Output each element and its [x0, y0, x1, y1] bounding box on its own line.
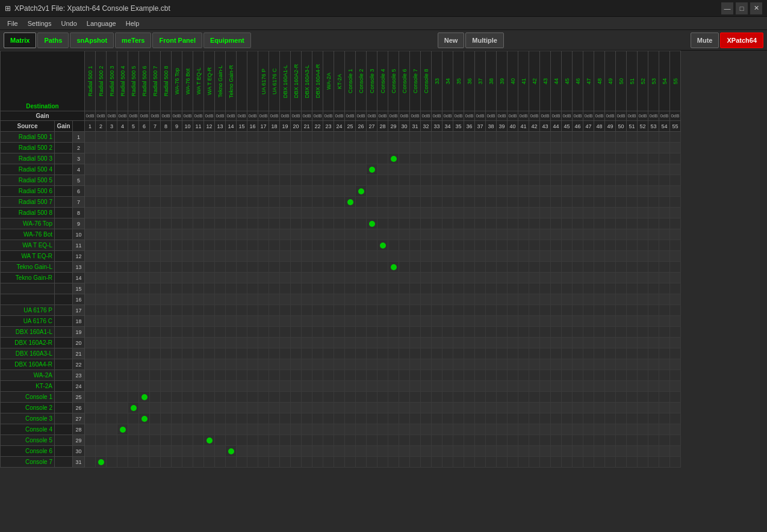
matrix-cell-r3-c36[interactable]	[475, 164, 486, 175]
matrix-cell-r15-c18[interactable]	[280, 294, 291, 305]
matrix-cell-r13-c44[interactable]	[562, 273, 573, 283]
matrix-cell-r24-c48[interactable]	[605, 392, 616, 403]
matrix-cell-r2-c36[interactable]	[475, 153, 486, 164]
matrix-cell-r4-c15[interactable]	[247, 175, 258, 186]
matrix-cell-r20-c37[interactable]	[486, 348, 497, 359]
matrix-cell-r5-c4[interactable]	[128, 186, 139, 197]
matrix-cell-r7-c4[interactable]	[128, 208, 139, 218]
matrix-cell-r23-c54[interactable]	[670, 381, 681, 392]
matrix-cell-r20-c0[interactable]	[85, 348, 96, 359]
matrix-cell-r26-c22[interactable]	[323, 413, 334, 424]
matrix-cell-r9-c21[interactable]	[312, 229, 323, 240]
matrix-cell-r10-c38[interactable]	[497, 240, 508, 251]
matrix-cell-r4-c29[interactable]	[399, 175, 410, 186]
matrix-cell-r13-c2[interactable]	[107, 273, 117, 283]
matrix-cell-r16-c42[interactable]	[540, 305, 551, 316]
matrix-cell-r3-c3[interactable]	[117, 164, 128, 175]
matrix-cell-r18-c13[interactable]	[226, 327, 237, 338]
matrix-cell-r11-c20[interactable]	[302, 251, 312, 262]
matrix-cell-r6-c5[interactable]	[139, 197, 150, 208]
matrix-cell-r0-c45[interactable]	[573, 132, 583, 143]
matrix-cell-r11-c12[interactable]	[215, 251, 226, 262]
matrix-cell-r3-c28[interactable]	[388, 164, 399, 175]
matrix-cell-r29-c45[interactable]	[573, 446, 583, 457]
matrix-cell-r21-c11[interactable]	[204, 359, 215, 370]
matrix-cell-r9-c10[interactable]	[193, 229, 204, 240]
matrix-cell-r1-c44[interactable]	[562, 143, 573, 153]
matrix-cell-r27-c27[interactable]	[377, 424, 388, 435]
matrix-cell-r30-c45[interactable]	[573, 457, 583, 468]
matrix-cell-r14-c19[interactable]	[291, 283, 302, 294]
matrix-cell-r22-c45[interactable]	[573, 370, 583, 381]
matrix-cell-r21-c52[interactable]	[648, 359, 659, 370]
matrix-cell-r1-c49[interactable]	[616, 143, 627, 153]
matrix-cell-r21-c49[interactable]	[616, 359, 627, 370]
matrix-cell-r30-c19[interactable]	[291, 457, 302, 468]
matrix-cell-r10-c47[interactable]	[594, 240, 605, 251]
matrix-cell-r17-c3[interactable]	[117, 316, 128, 327]
matrix-cell-r29-c1[interactable]	[96, 446, 107, 457]
matrix-cell-r25-c37[interactable]	[486, 403, 497, 413]
matrix-cell-r10-c10[interactable]	[193, 240, 204, 251]
matrix-cell-r24-c28[interactable]	[388, 392, 399, 403]
matrix-cell-r26-c38[interactable]	[497, 413, 508, 424]
matrix-cell-r30-c51[interactable]	[638, 457, 648, 468]
matrix-cell-r30-c10[interactable]	[193, 457, 204, 468]
matrix-cell-r26-c45[interactable]	[573, 413, 583, 424]
matrix-cell-r8-c33[interactable]	[442, 218, 453, 229]
matrix-cell-r27-c38[interactable]	[497, 424, 508, 435]
matrix-cell-r10-c6[interactable]	[150, 240, 161, 251]
matrix-cell-r4-c6[interactable]	[150, 175, 161, 186]
matrix-cell-r1-c31[interactable]	[421, 143, 432, 153]
matrix-cell-r15-c29[interactable]	[399, 294, 410, 305]
matrix-cell-r3-c35[interactable]	[464, 164, 475, 175]
matrix-cell-r16-c52[interactable]	[648, 305, 659, 316]
matrix-cell-r18-c2[interactable]	[107, 327, 117, 338]
matrix-cell-r24-c41[interactable]	[529, 392, 540, 403]
matrix-cell-r29-c5[interactable]	[139, 446, 150, 457]
matrix-cell-r6-c48[interactable]	[605, 197, 616, 208]
matrix-cell-r13-c38[interactable]	[497, 273, 508, 283]
matrix-cell-r15-c27[interactable]	[377, 294, 388, 305]
matrix-cell-r25-c21[interactable]	[312, 403, 323, 413]
matrix-cell-r8-c1[interactable]	[96, 218, 107, 229]
matrix-cell-r29-c14[interactable]	[237, 446, 247, 457]
matrix-cell-r24-c1[interactable]	[96, 392, 107, 403]
matrix-cell-r7-c37[interactable]	[486, 208, 497, 218]
matrix-cell-r30-c18[interactable]	[280, 457, 291, 468]
matrix-cell-r15-c32[interactable]	[432, 294, 442, 305]
matrix-cell-r3-c6[interactable]	[150, 164, 161, 175]
matrix-cell-r21-c54[interactable]	[670, 359, 681, 370]
matrix-cell-r30-c31[interactable]	[421, 457, 432, 468]
matrix-button[interactable]: Matrix	[4, 32, 36, 48]
matrix-cell-r30-c28[interactable]	[388, 457, 399, 468]
matrix-cell-r16-c12[interactable]	[215, 305, 226, 316]
matrix-cell-r25-c18[interactable]	[280, 403, 291, 413]
matrix-cell-r25-c35[interactable]	[464, 403, 475, 413]
matrix-cell-r7-c9[interactable]	[182, 208, 193, 218]
matrix-cell-r28-c35[interactable]	[464, 435, 475, 446]
matrix-cell-r18-c28[interactable]	[388, 327, 399, 338]
matrix-cell-r21-c46[interactable]	[583, 359, 594, 370]
matrix-cell-r13-c42[interactable]	[540, 273, 551, 283]
matrix-cell-r14-c1[interactable]	[96, 283, 107, 294]
matrix-cell-r21-c12[interactable]	[215, 359, 226, 370]
matrix-cell-r10-c44[interactable]	[562, 240, 573, 251]
matrix-cell-r23-c2[interactable]	[107, 381, 117, 392]
matrix-cell-r18-c50[interactable]	[627, 327, 638, 338]
matrix-cell-r4-c5[interactable]	[139, 175, 150, 186]
matrix-cell-r22-c28[interactable]	[388, 370, 399, 381]
matrix-cell-r18-c33[interactable]	[442, 327, 453, 338]
matrix-cell-r19-c19[interactable]	[291, 338, 302, 348]
matrix-cell-r0-c50[interactable]	[627, 132, 638, 143]
matrix-cell-r30-c14[interactable]	[237, 457, 247, 468]
matrix-cell-r29-c42[interactable]	[540, 446, 551, 457]
matrix-cell-r12-c27[interactable]	[377, 262, 388, 273]
matrix-cell-r19-c5[interactable]	[139, 338, 150, 348]
matrix-cell-r25-c30[interactable]	[410, 403, 421, 413]
matrix-cell-r20-c30[interactable]	[410, 348, 421, 359]
matrix-cell-r3-c5[interactable]	[139, 164, 150, 175]
matrix-cell-r2-c25[interactable]	[356, 153, 367, 164]
matrix-cell-r3-c50[interactable]	[627, 164, 638, 175]
matrix-cell-r7-c52[interactable]	[648, 208, 659, 218]
